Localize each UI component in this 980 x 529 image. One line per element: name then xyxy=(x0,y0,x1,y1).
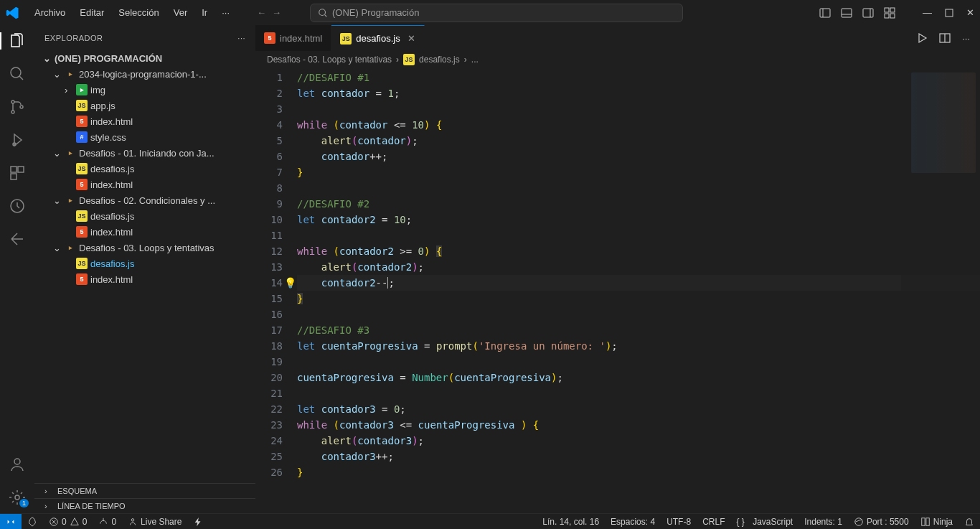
layout-sidebar-left-icon[interactable] xyxy=(819,7,831,19)
extensions-icon[interactable] xyxy=(9,164,26,182)
layout-grid-icon[interactable] xyxy=(884,7,895,19)
rocket-icon[interactable] xyxy=(22,514,43,529)
code-content[interactable]: //DESAFIO #1 let contador = 1; while (co… xyxy=(297,68,980,513)
sidebar-title: EXPLORADOR xyxy=(44,34,103,42)
lightbulb-icon[interactable]: 💡 xyxy=(284,275,296,291)
js-icon: JS xyxy=(76,163,88,174)
split-editor-icon[interactable] xyxy=(939,32,951,44)
sidebar-more-icon[interactable]: ··· xyxy=(237,34,245,42)
layout-sidebar-right-icon[interactable] xyxy=(862,7,874,19)
layout-panel-icon[interactable] xyxy=(841,7,852,19)
svg-point-11 xyxy=(11,111,14,113)
tree-file-desafiosjs3[interactable]: JSdesafios.js xyxy=(34,256,255,271)
svg-rect-25 xyxy=(926,518,929,525)
tree-file-indexhtml2[interactable]: 5index.html xyxy=(34,224,255,240)
cursor-position[interactable]: Lín. 14, col. 16 xyxy=(537,517,605,527)
svg-point-19 xyxy=(15,495,19,500)
ports-status[interactable]: 0 xyxy=(93,514,122,529)
accounts-icon[interactable] xyxy=(9,456,26,473)
svg-rect-16 xyxy=(11,174,17,179)
folder-icon: ▸ xyxy=(65,147,76,159)
window-controls: — ✕ xyxy=(819,7,974,19)
liveshare-icon[interactable] xyxy=(9,230,26,248)
code-editor[interactable]: 1234567891011121314151617181920212223242… xyxy=(255,68,980,513)
tree-folder-desafios3[interactable]: ⌄▸Desafios - 03. Loops y tentativas xyxy=(34,240,255,256)
svg-point-10 xyxy=(11,100,14,103)
js-icon: JS xyxy=(76,100,88,111)
encoding-status[interactable]: UTF-8 xyxy=(661,517,697,527)
indents-status[interactable]: Indents: 1 xyxy=(798,517,848,527)
command-center[interactable]: (ONE) Programación xyxy=(310,4,683,22)
menu-more[interactable]: ··· xyxy=(216,4,235,21)
menu-ir[interactable]: Ir xyxy=(196,4,213,21)
tree-folder-img[interactable]: ›▸img xyxy=(34,82,255,98)
spaces-status[interactable]: Espacios: 4 xyxy=(605,517,661,527)
svg-point-22 xyxy=(131,518,134,521)
line-numbers: 1234567891011121314151617181920212223242… xyxy=(255,68,297,513)
eol-status[interactable]: CRLF xyxy=(697,517,730,527)
tree-folder-desafios1[interactable]: ⌄▸Desafios - 01. Iniciando con Ja... xyxy=(34,145,255,161)
tree-file-appjs[interactable]: JSapp.js xyxy=(34,98,255,113)
tree-file-desafiosjs2[interactable]: JSdesafios.js xyxy=(34,208,255,224)
vscode-logo-icon xyxy=(6,6,20,20)
problems-status[interactable]: 0 0 xyxy=(43,514,93,529)
tab-desafiosjs[interactable]: JSdesafios.js✕ xyxy=(331,25,424,51)
folder-icon: ▸ xyxy=(76,84,88,95)
menu-ver[interactable]: Ver xyxy=(168,4,194,21)
svg-point-18 xyxy=(14,459,20,464)
more-actions-icon[interactable]: ··· xyxy=(962,33,970,44)
tab-close-icon[interactable]: ✕ xyxy=(407,33,415,44)
svg-rect-7 xyxy=(890,14,895,18)
menu-editar[interactable]: Editar xyxy=(74,4,110,21)
menu-archivo[interactable]: Archivo xyxy=(29,4,71,21)
tab-indexhtml[interactable]: 5index.html xyxy=(255,25,331,51)
editor-area: 5index.html JSdesafios.js✕ ··· Desafios … xyxy=(255,25,980,513)
tree-file-indexhtml[interactable]: 5index.html xyxy=(34,113,255,129)
file-tree: ⌄(ONE) PROGRAMACIÓN ⌄▸2034-logica-progra… xyxy=(34,50,255,483)
svg-rect-24 xyxy=(921,518,924,525)
source-control-icon[interactable] xyxy=(9,98,26,116)
tree-root[interactable]: ⌄(ONE) PROGRAMACIÓN xyxy=(34,50,255,66)
port-status[interactable]: Port : 5500 xyxy=(848,517,915,527)
outline-section[interactable]: ›ESQUEMA xyxy=(34,483,255,498)
minimap[interactable] xyxy=(901,68,980,513)
explorer-icon[interactable] xyxy=(9,32,26,50)
window-maximize-icon[interactable] xyxy=(945,9,953,17)
svg-rect-8 xyxy=(946,9,953,17)
svg-point-12 xyxy=(20,106,23,108)
svg-rect-3 xyxy=(863,9,873,17)
search-activity-icon[interactable] xyxy=(9,65,26,83)
debug-icon[interactable] xyxy=(9,131,26,149)
window-close-icon[interactable]: ✕ xyxy=(966,7,974,18)
tree-file-stylecss[interactable]: #style.css xyxy=(34,129,255,145)
language-status[interactable]: { } JavaScript xyxy=(730,517,798,527)
run-icon[interactable] xyxy=(916,32,928,44)
timeline-section[interactable]: ›LÍNEA DE TIEMPO xyxy=(34,498,255,513)
svg-rect-6 xyxy=(885,14,889,18)
thunder-icon[interactable] xyxy=(187,514,209,529)
remote-indicator[interactable] xyxy=(0,514,22,529)
js-icon: JS xyxy=(340,33,352,45)
bell-icon[interactable] xyxy=(958,517,980,527)
tree-folder-desafios2[interactable]: ⌄▸Desafios - 02. Condicionales y ... xyxy=(34,192,255,208)
timeline-icon[interactable] xyxy=(9,197,26,215)
liveshare-status[interactable]: Live Share xyxy=(122,514,187,529)
sidebar: EXPLORADOR ··· ⌄(ONE) PROGRAMACIÓN ⌄▸203… xyxy=(34,25,255,513)
menu-seleccion[interactable]: Selección xyxy=(113,4,164,21)
ninja-status[interactable]: Ninja xyxy=(915,517,958,527)
tree-folder-logica[interactable]: ⌄▸2034-logica-programacion-1-... xyxy=(34,66,255,82)
nav-back-icon[interactable]: ← xyxy=(257,7,266,18)
activity-bar: 1 xyxy=(0,25,34,513)
folder-icon: ▸ xyxy=(65,195,76,206)
html-icon: 5 xyxy=(76,226,88,238)
tab-actions: ··· xyxy=(916,25,980,51)
svg-rect-4 xyxy=(885,8,889,12)
titlebar: Archivo Editar Selección Ver Ir ··· ← → … xyxy=(0,0,980,25)
tree-file-indexhtml3[interactable]: 5index.html xyxy=(34,271,255,287)
settings-gear-icon[interactable]: 1 xyxy=(9,489,26,506)
tree-file-desafiosjs1[interactable]: JSdesafios.js xyxy=(34,161,255,177)
breadcrumb[interactable]: Desafios - 03. Loops y tentativas› JSdes… xyxy=(255,51,980,68)
tree-file-indexhtml1[interactable]: 5index.html xyxy=(34,177,255,192)
nav-forward-icon[interactable]: → xyxy=(272,7,281,18)
window-minimize-icon[interactable]: — xyxy=(923,7,932,18)
